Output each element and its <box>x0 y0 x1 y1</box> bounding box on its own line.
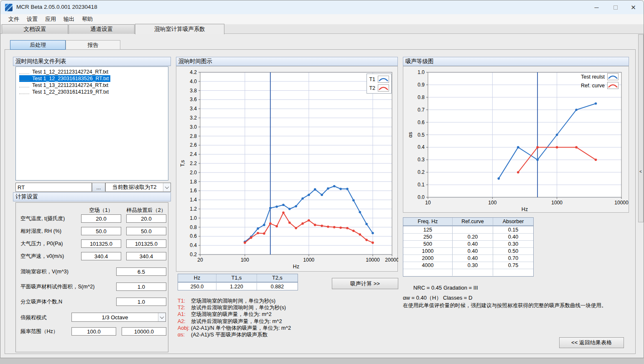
pressure-field-2[interactable] <box>126 239 166 248</box>
legend-label: T2 <box>369 85 375 91</box>
sound-speed-label: 空气声速，v0(m/s) <box>20 252 64 260</box>
menu-settings[interactable]: 设置 <box>23 14 41 24</box>
svg-text:0.5: 0.5 <box>417 132 425 138</box>
octave-mode-select[interactable]: 1/3 Octave <box>71 313 166 322</box>
window-title: MCR Beta 2.05.0.001 20230418 <box>16 4 97 10</box>
absorption-table-row: 40000.300.75 <box>403 262 533 269</box>
data-read-mode-select[interactable]: 当前数据读取为T2 <box>105 183 171 192</box>
legend-item: Ref. curve <box>581 82 619 89</box>
svg-text:2.0: 2.0 <box>190 170 197 176</box>
humidity-label: 相对湿度, RH (%) <box>20 227 61 235</box>
svg-text:4.2: 4.2 <box>190 69 197 75</box>
legend-label: Ref. curve <box>581 83 605 89</box>
absorption-table-cell: 125 <box>403 226 453 233</box>
svg-text:0.2: 0.2 <box>417 169 425 175</box>
app-logo-icon <box>5 4 13 11</box>
note-aobj: Aobj:(A2-A1)/N 单个物体的吸声量，单位为: m^2 <box>178 325 399 331</box>
svg-text:3.8: 3.8 <box>190 88 197 94</box>
absorption-table-cell: 500 <box>403 240 453 247</box>
sample-area-field[interactable] <box>116 283 166 291</box>
tab-channel-settings[interactable]: 通道设置 <box>69 24 135 34</box>
minimize-button[interactable]: ─ <box>587 0 606 14</box>
absorption-table-row: 20000.400.70 <box>403 255 533 262</box>
absorption-table-cell: 0.50 <box>493 247 533 255</box>
svg-text:0.0: 0.0 <box>417 194 425 200</box>
close-button[interactable]: ✕ <box>624 0 643 14</box>
menu-output[interactable]: 输出 <box>60 14 78 24</box>
nrc-result-text: NRC = 0.45 Gradation = III <box>413 285 478 291</box>
rt-chart[interactable]: 0.20.40.60.81.01.21.41.61.82.02.22.42.62… <box>176 66 398 272</box>
absorber-count-field[interactable] <box>116 298 166 306</box>
svg-text:1000: 1000 <box>303 257 315 263</box>
series-curve-icon <box>378 84 389 92</box>
absorption-table-cell: 0.15 <box>493 226 533 233</box>
absorption-table-cell: 0.40 <box>453 255 493 262</box>
file-list-item[interactable]: Test 1_12_221123142724_RT.txt <box>16 69 168 75</box>
svg-text:1.0: 1.0 <box>417 69 425 75</box>
file-list-item[interactable]: Test 1_22_230316141219_RT.txt <box>16 89 168 95</box>
menu-help[interactable]: 帮助 <box>78 14 97 24</box>
file-list-item[interactable]: Test 1_13_221123142724_RT.txt <box>16 82 168 89</box>
sel-t1: 1.220 <box>216 283 257 290</box>
rt-name-input[interactable] <box>15 183 92 192</box>
tab-document-settings[interactable]: 文档设置 <box>2 24 68 34</box>
room-volume-field[interactable] <box>116 267 166 276</box>
sound-speed-field-1[interactable] <box>81 252 121 260</box>
note-as: αs:(A2-A1)/S 平面吸声体的吸声系数 <box>178 331 399 338</box>
sound-speed-field-2[interactable] <box>126 252 166 260</box>
air-temp-field-1[interactable] <box>81 214 121 223</box>
file-list-item[interactable]: Test 1_12_230316183526_RT.txt <box>16 75 168 82</box>
column-header-empty-room: 空场（1） <box>81 207 121 214</box>
svg-text:3.6: 3.6 <box>190 97 197 102</box>
absorber-count-label: 分立吸声体个数,N <box>20 298 62 306</box>
absorption-table-cell <box>403 269 453 276</box>
menu-bar: 文件 设置 应用 输出 帮助 <box>0 14 644 24</box>
col-t2: T2,s <box>257 274 298 282</box>
air-temp-field-2[interactable] <box>126 214 166 223</box>
absorption-table-cell <box>453 226 493 233</box>
svg-text:2.4: 2.4 <box>190 151 197 157</box>
svg-text:0.8: 0.8 <box>417 94 425 100</box>
menu-apply[interactable]: 应用 <box>41 14 60 24</box>
maximize-icon <box>613 5 618 10</box>
humidity-field-1[interactable] <box>81 227 121 235</box>
subtab-postprocess[interactable]: 后处理 <box>10 40 66 50</box>
selected-frequency-table: Hz T1,s T2,s 250.0 1.220 0.882 <box>178 274 298 290</box>
svg-text:0.8: 0.8 <box>190 224 197 230</box>
svg-text:1.8: 1.8 <box>190 179 197 185</box>
freq-min-field[interactable] <box>71 327 116 336</box>
absorption-table-row: 5000.400.30 <box>403 240 533 247</box>
absorption-table-cell: 0.20 <box>453 233 493 240</box>
note-a1: A1:空场混响室的吸声量，单位为: m^2 <box>178 311 399 318</box>
absorption-calc-button[interactable]: 吸声计算 >> <box>332 278 398 289</box>
humidity-field-2[interactable] <box>126 227 166 235</box>
svg-text:2.8: 2.8 <box>190 133 197 139</box>
browse-button[interactable]: ... <box>92 183 105 192</box>
note-t2: T2:放试件后混响室的混响时间，单位为秒(s) <box>178 304 399 311</box>
tree-branch-icon <box>19 84 29 87</box>
col-t1: T1,s <box>216 274 257 282</box>
back-to-results-button[interactable]: << 返回结果表格 <box>559 337 624 348</box>
tree-branch-icon <box>19 70 29 74</box>
svg-text:3.2: 3.2 <box>190 115 197 121</box>
absorption-chart-header: 吸声等级图 <box>403 57 629 66</box>
svg-text:αs: αs <box>407 132 413 137</box>
absorption-table-row: 10000.400.50 <box>403 247 533 255</box>
sample-area-label: 平面吸声材料试件面积，S(m^2) <box>20 283 94 291</box>
panel-collapse-handle[interactable]: < <box>638 34 644 222</box>
svg-text:3.0: 3.0 <box>190 124 197 130</box>
absorption-chart-panel: 0.00.10.20.30.40.50.60.70.80.91.01010010… <box>403 66 629 213</box>
series-curve-icon <box>607 82 619 89</box>
svg-text:0.6: 0.6 <box>417 120 425 125</box>
col-refcurve: Ref.curve <box>453 218 493 225</box>
tab-reverb-absorption[interactable]: 混响室计算吸声系数 <box>135 24 224 34</box>
rt-file-list[interactable]: Test 1_12_221123142724_RT.txtTest 1_12_2… <box>15 66 168 181</box>
freq-max-field[interactable] <box>122 327 166 336</box>
svg-text:10000: 10000 <box>614 200 629 206</box>
column-header-with-sample: 样品放置后（2） <box>124 207 169 214</box>
subtab-report[interactable]: 报告 <box>66 40 120 50</box>
maximize-button[interactable] <box>606 0 625 14</box>
pressure-field-1[interactable] <box>81 239 121 248</box>
svg-text:0.7: 0.7 <box>417 107 425 113</box>
menu-file[interactable]: 文件 <box>5 14 23 24</box>
